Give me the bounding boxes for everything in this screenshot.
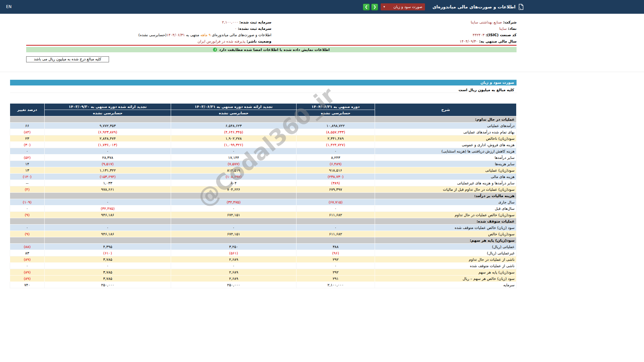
table-row: هزینه های مالی(۲۳۸,۷۳۰)(۱۰۸,۶۹۷)(۱۵۳,۶۹۴… xyxy=(10,174,517,180)
row-value-current: ۶۱۱,۶۸۲ xyxy=(297,231,375,237)
row-value-current xyxy=(297,218,375,225)
row-percent-change: ۰ xyxy=(10,205,45,212)
row-percent-change xyxy=(10,116,45,123)
row-description: هزینه کاهش ارزش دریافتنی ها (هزینه استثن… xyxy=(375,148,517,155)
language-toggle[interactable]: EN xyxy=(6,4,12,9)
navbar-controls: اطلاعات و صورت‌های مالی میاندوره‌ای صورت… xyxy=(361,0,524,14)
row-percent-change: ۰ xyxy=(10,148,45,155)
fiscal-year-value: ۱۴۰۴/۰۹/۳۰ xyxy=(460,39,478,44)
table-row: سود(زیان) خالص عملیات در حال تداوم۶۱۱,۶۸… xyxy=(10,212,517,218)
row-description: عملیات متوقف شده: xyxy=(375,218,517,225)
next-statement-button[interactable]: ❮ xyxy=(371,4,378,10)
row-percent-change xyxy=(10,237,45,244)
row-value-restated-annual: (۹,۵۱۷) xyxy=(45,161,171,167)
row-value-restated-interim xyxy=(171,193,297,199)
row-description: سود (زیان) خالص عملیات متوقف شده xyxy=(375,225,517,231)
row-value-restated-interim: (۳۲,۴۷۵) xyxy=(171,199,297,205)
row-value-current: (۸,۵۵۷,۲۳۳) xyxy=(297,129,375,135)
table-row: سود(زیان) پایه هر سهم: xyxy=(10,237,517,244)
row-value-current: ۶۱۱,۶۸۲ xyxy=(297,212,375,218)
row-value-restated-annual: ۰ xyxy=(45,148,171,155)
row-description: سود(زیان) عملیات در حال تداوم قبل از مال… xyxy=(375,186,517,193)
currency-unit-note: کلیه مبالغ درج شده به میلیون ریال می باش… xyxy=(26,56,109,62)
table-row: سایر درآمدها و هزینه های غیرعملیاتی(۳۸۹)… xyxy=(10,180,517,186)
row-value-current: ۶۷۹,۳۹۷ xyxy=(297,186,375,193)
table-row: سود(زیان) عملیات در حال تداوم قبل از مال… xyxy=(10,186,517,193)
info-row-3: کد صنعت (ISIC): ۴۴۲۴۰۳ اطلاعات و صورت‌ها… xyxy=(26,32,517,38)
row-percent-change: (۳۰) xyxy=(10,142,45,148)
row-value-restated-interim: ۸۱۲,۵۱۹ xyxy=(171,167,297,174)
statement-unit-note: کلیه مبالغ به میلیون ریال است xyxy=(10,87,517,93)
statement-type-selected: صورت سود و زیان xyxy=(393,5,422,9)
report-period-date: ۱۴۰۴/۰۶/۳۱ xyxy=(167,33,185,37)
row-value-restated-annual: ۲,۸۴۸,۴۷۴ xyxy=(45,135,171,142)
row-value-restated-annual: ۰ xyxy=(45,225,171,231)
row-percent-change: ۷۴۰ xyxy=(10,282,45,288)
row-description: سال جاری xyxy=(375,199,517,205)
row-value-current: (۱,۴۲۴,۷۲۷) xyxy=(297,142,375,148)
page-content: شرکت: صنایع بهداشتی ساینا سرمایه ثبت شده… xyxy=(10,14,517,288)
income-statement-table: شرح دوره منتهی به ۱۴۰۴/۰۶/۳۱ تجدید ارائه… xyxy=(10,103,517,288)
row-value-current: (۲۳۸,۷۳۰) xyxy=(297,174,375,180)
row-percent-change: ۱۳ xyxy=(10,167,45,174)
row-value-restated-annual: ۹۷۸,۶۶۱ xyxy=(45,186,171,193)
row-percent-change: (۵۲) xyxy=(10,155,45,161)
table-row: سایر هزینه‌ها(۶,۴۸۹)(۷,۵۷۷)(۹,۵۱۷)۱۴ xyxy=(10,161,517,167)
row-value-restated-annual xyxy=(45,116,171,123)
row-value-current: ۹۱۸,۵۱۶ xyxy=(297,167,375,174)
row-value-restated-interim xyxy=(171,218,297,225)
row-value-restated-interim: ۰ xyxy=(171,263,297,269)
report-title-suffix: (حسابرسی نشده) xyxy=(139,33,167,37)
table-row: هزینه های فروش، اداری و عمومی(۱,۴۲۴,۷۲۷)… xyxy=(10,142,517,148)
row-value-current xyxy=(297,193,375,199)
symbol-value: ساینا xyxy=(499,26,507,31)
subheader-audit-1: حسابرسی نشده xyxy=(297,110,375,116)
row-value-restated-annual: ۹۴۶,۱۸۶ xyxy=(45,231,171,237)
table-row: ناشی از عملیات در حال تداوم۲۹۲۲,۶۸۹۳,۷۸۵… xyxy=(10,256,517,263)
signature-match-banner: اطلاعات نمایش داده شده با اطلاعات امضا ش… xyxy=(26,47,517,52)
row-description: غیرعملیاتی (ریال) xyxy=(375,250,517,256)
row-value-current: ۲۹۲ xyxy=(297,256,375,263)
table-row: سود (زیان) خالص هر سهم – ریال۲۹۱۲,۶۸۹۳,۷… xyxy=(10,276,517,282)
row-value-restated-interim: ۲,۶۸۹ xyxy=(171,256,297,263)
row-value-restated-annual: ۳,۷۸۵ xyxy=(45,269,171,276)
row-percent-change: ۱۴ xyxy=(10,161,45,167)
statement-type-dropdown[interactable]: صورت سود و زیان ▾ xyxy=(381,3,425,10)
row-value-restated-annual: ۴,۳۹۵ xyxy=(45,244,171,250)
top-navbar: اطلاعات و صورت‌های مالی میاندوره‌ای صورت… xyxy=(0,0,644,14)
row-percent-change: (۸۹) xyxy=(10,269,45,276)
row-percent-change: (۹) xyxy=(10,212,45,218)
company-info: شرکت: صنایع بهداشتی ساینا سرمایه ثبت شده… xyxy=(26,19,517,46)
row-value-restated-annual: ۱,۱۳۱,۳۲۲ xyxy=(45,167,171,174)
row-value-current: ۲۹۲ xyxy=(297,269,375,276)
row-value-restated-interim: ۰ xyxy=(171,225,297,231)
row-percent-change xyxy=(10,193,45,199)
row-value-restated-annual: (۶۱۰) xyxy=(45,250,171,256)
table-row: عملیاتی (ریال)۳۸۸۳,۲۵۰۴,۳۹۵(۸۸) xyxy=(10,244,517,250)
prev-statement-button[interactable]: ❯ xyxy=(363,4,370,10)
row-value-restated-annual: (۱۵۳,۶۹۴) xyxy=(45,174,171,180)
registered-capital-value: ۲,۱۰۰,۰۰۰ xyxy=(222,20,238,24)
table-row: غیرعملیاتی (ریال)(۹۶)(۵۶۱)(۶۱۰)۸۳ xyxy=(10,250,517,256)
table-header: شرح دوره منتهی به ۱۴۰۴/۰۶/۳۱ تجدید ارائه… xyxy=(10,104,517,116)
header-period-current: دوره منتهی به ۱۴۰۴/۰۶/۳۱ xyxy=(297,104,375,110)
table-row: سود(زیان) ناخالص۲,۳۴۱,۴۸۹۱,۹۰۲,۲۷۸۲,۸۴۸,… xyxy=(10,135,517,142)
row-description: سود(زیان) پایه هر سهم xyxy=(375,269,517,276)
row-value-restated-annual: ۳,۷۸۵ xyxy=(45,276,171,282)
row-description: هزینه های مالی xyxy=(375,174,517,180)
publisher-status-label: وضعیت ناشر: xyxy=(247,39,271,44)
info-icon: i xyxy=(213,48,217,52)
report-icon xyxy=(518,4,524,10)
registered-capital-label: سرمایه ثبت شده: xyxy=(239,20,271,24)
subheader-audit-2: حسابرسی نشده xyxy=(171,110,297,116)
row-value-restated-interim xyxy=(171,116,297,123)
row-value-restated-interim: (۵۶۱) xyxy=(171,250,297,256)
row-description: سود(زیان) ناخالص xyxy=(375,135,517,142)
row-description: بهای تمام شده درآمدهای عملیاتی xyxy=(375,129,517,135)
table-row: سود(زیان) عملیاتی۹۱۸,۵۱۶۸۱۲,۵۱۹۱,۱۳۱,۳۲۲… xyxy=(10,167,517,174)
row-percent-change: ۶۶ xyxy=(10,123,45,129)
table-row: عملیات در حال تداوم: xyxy=(10,116,517,123)
table-row: سال‌های قبل۰۰(۳۲,۴۷۵)۰ xyxy=(10,205,517,212)
table-row: سود(زیان) پایه هر سهم۲۹۲۲,۶۸۹۳,۷۸۵(۸۹) xyxy=(10,269,517,276)
row-percent-change: ۰ xyxy=(10,263,45,269)
